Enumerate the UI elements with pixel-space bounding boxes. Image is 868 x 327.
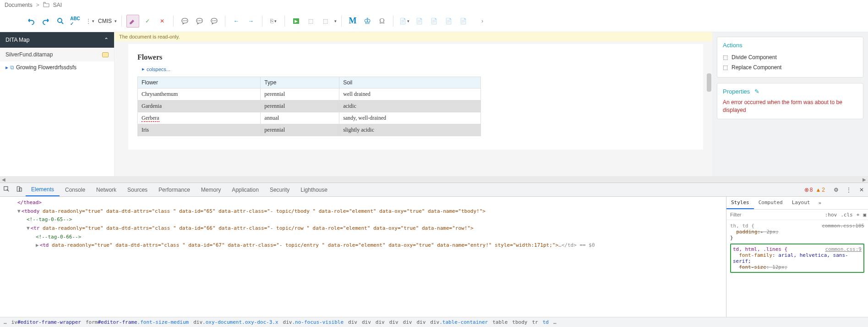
cell[interactable]: acidic bbox=[339, 100, 481, 112]
breadcrumb-root[interactable]: Documents bbox=[5, 2, 33, 8]
crumb-selected[interactable]: td bbox=[543, 319, 549, 325]
warn-badge[interactable]: ▲ 2 bbox=[815, 187, 825, 193]
stab-computed[interactable]: Computed bbox=[754, 197, 787, 209]
rule-source[interactable]: common.css:9 bbox=[825, 246, 862, 252]
tab-sources[interactable]: Sources bbox=[122, 184, 153, 196]
inspect-icon[interactable] bbox=[0, 186, 13, 194]
stab-styles[interactable]: Styles bbox=[726, 197, 754, 209]
breadcrumb-current[interactable]: SAI bbox=[53, 2, 62, 8]
tab-performance[interactable]: Performance bbox=[153, 184, 196, 196]
doc5-icon[interactable]: 📄 bbox=[457, 15, 469, 28]
html-attrs[interactable]: data-readonly="true" data-dtd-attrs="cla… bbox=[40, 225, 474, 231]
tab-console[interactable]: Console bbox=[60, 184, 91, 196]
crumb[interactable]: iv#editor-frame-wrapper bbox=[11, 319, 81, 325]
cmis-caret-icon[interactable]: ▾ bbox=[115, 19, 117, 23]
th-soil[interactable]: Soil bbox=[339, 77, 481, 89]
dita-map-header[interactable]: DITA Map ⌃ bbox=[0, 32, 114, 48]
doc3-icon[interactable]: 📄 bbox=[427, 15, 440, 28]
cell[interactable]: perennial bbox=[261, 124, 339, 136]
copy-icon[interactable]: ⎘▾ bbox=[267, 15, 280, 28]
crumb[interactable]: … bbox=[4, 319, 7, 325]
html-comment[interactable]: <!--tag-0-66--> bbox=[36, 234, 81, 240]
html-comment[interactable]: <!--tag-0-65--> bbox=[27, 216, 72, 222]
tab-network[interactable]: Network bbox=[91, 184, 122, 196]
caret-icon[interactable]: ▼ bbox=[17, 208, 21, 214]
arrow-left-icon[interactable]: ← bbox=[230, 15, 243, 28]
kebab-icon[interactable]: ⋮ bbox=[842, 187, 855, 193]
tab-security[interactable]: Security bbox=[264, 184, 295, 196]
crumb[interactable]: table bbox=[492, 319, 508, 325]
html-attrs[interactable]: data-readonly="true" data-dtd-attrs="cla… bbox=[49, 242, 559, 248]
chess-icon[interactable]: ♔ bbox=[361, 15, 374, 28]
doc1-icon[interactable]: 📄▾ bbox=[398, 15, 411, 28]
transform-caret-icon[interactable]: ▾ bbox=[334, 19, 337, 23]
crumb[interactable]: div bbox=[376, 319, 385, 325]
cell[interactable]: slightly acidic bbox=[339, 124, 481, 136]
crumb[interactable]: tr bbox=[532, 319, 538, 325]
css-rule-highlighted[interactable]: common.css:9 td, html, .lines { font-fam… bbox=[730, 244, 864, 273]
horizontal-scrollbar[interactable]: ◀ ▶ bbox=[0, 176, 868, 183]
undo-icon[interactable] bbox=[25, 15, 38, 28]
table-row[interactable]: Gardenia perennial acidic bbox=[138, 100, 481, 112]
cell[interactable]: well drained bbox=[339, 89, 481, 100]
table-row[interactable]: Iris perennial slightly acidic bbox=[138, 124, 481, 136]
caret-icon[interactable]: ▶ bbox=[36, 242, 39, 248]
table-row[interactable]: Gerbera annual sandy, well-drained bbox=[138, 112, 481, 124]
crumb[interactable]: div.oxy-document.oxy-doc-3.x bbox=[193, 319, 278, 325]
close-icon[interactable]: ✕ bbox=[855, 187, 868, 193]
dev-breadcrumbs[interactable]: … iv#editor-frame-wrapper form#editor-fr… bbox=[0, 317, 868, 327]
more-icon[interactable]: ⋮▾ bbox=[83, 15, 96, 28]
tab-lighthouse[interactable]: Lighthouse bbox=[295, 184, 333, 196]
scroll-left-icon[interactable]: ◀ bbox=[1, 177, 6, 182]
doc4-icon[interactable]: 📄 bbox=[442, 15, 455, 28]
html-tag[interactable]: <tr bbox=[31, 225, 40, 231]
redo-icon[interactable] bbox=[39, 15, 52, 28]
styles-rules[interactable]: common.css:105 th, td { padding:▸ 2px; }… bbox=[726, 220, 868, 317]
scroll-right-icon[interactable]: ▶ bbox=[862, 177, 867, 182]
document-viewport[interactable]: Flowers ▸ colspecs... Flower Type Soil C… bbox=[115, 41, 712, 176]
search-icon[interactable] bbox=[54, 15, 67, 28]
overflow-right-icon[interactable]: › bbox=[476, 15, 489, 28]
styles-pin-icon[interactable]: ▣ bbox=[861, 210, 868, 220]
crumb[interactable]: div bbox=[416, 319, 426, 325]
transform-icon[interactable]: ⬚ bbox=[304, 15, 317, 28]
html-tag[interactable]: <tbody bbox=[22, 208, 40, 214]
arrow-right-icon[interactable]: → bbox=[245, 15, 257, 28]
cell[interactable]: annual bbox=[261, 112, 339, 124]
crumb[interactable]: div.no-focus-visible bbox=[283, 319, 344, 325]
styles-more-icon[interactable]: » bbox=[814, 197, 825, 209]
error-badge[interactable]: ⊗ 8 bbox=[804, 187, 813, 193]
vertical-scrollbar[interactable] bbox=[706, 41, 712, 176]
caret-icon[interactable]: ▼ bbox=[27, 225, 30, 231]
crumb[interactable]: div bbox=[362, 319, 371, 325]
cell[interactable]: Gerbera bbox=[138, 112, 261, 124]
html-attrs[interactable]: data-readonly="true" data-dtd-attrs="cla… bbox=[39, 208, 486, 214]
ditamap-file-row[interactable]: SilverFund.ditamap bbox=[0, 48, 114, 61]
rule-source[interactable]: common.css:105 bbox=[822, 223, 864, 229]
doc2-icon[interactable]: 📄 bbox=[413, 15, 426, 28]
device-icon[interactable] bbox=[13, 186, 26, 194]
crumb[interactable]: tbody bbox=[512, 319, 527, 325]
replace-component-action[interactable]: ⬚ Replace Component bbox=[723, 62, 857, 72]
crumb[interactable]: … bbox=[553, 319, 557, 325]
hov-toggle[interactable]: :hov bbox=[823, 210, 839, 220]
chevron-right-icon[interactable]: ▸ bbox=[5, 64, 8, 71]
validate-icon[interactable]: ▶ bbox=[289, 15, 302, 28]
crumb[interactable]: div bbox=[389, 319, 399, 325]
crumb[interactable]: div bbox=[403, 319, 412, 325]
scrollbar-thumb[interactable] bbox=[707, 73, 711, 92]
spellcheck-icon[interactable]: ABC✓ bbox=[69, 15, 82, 28]
comment-remove-icon[interactable]: 💬 bbox=[207, 15, 220, 28]
tab-application[interactable]: Application bbox=[226, 184, 264, 196]
math-icon[interactable]: M bbox=[346, 15, 359, 28]
styles-filter-input[interactable] bbox=[726, 210, 823, 220]
track-changes-icon[interactable] bbox=[126, 15, 139, 28]
crumb[interactable]: form#editor-frame.font-size-medium bbox=[86, 319, 189, 325]
table-row[interactable]: Chrysanthemum perennial well drained bbox=[138, 89, 481, 100]
crumb[interactable]: div.table-container bbox=[430, 319, 488, 325]
cell[interactable]: Chrysanthemum bbox=[138, 89, 261, 100]
cell[interactable]: perennial bbox=[261, 89, 339, 100]
accept-icon[interactable]: ✓ bbox=[141, 15, 154, 28]
tab-memory[interactable]: Memory bbox=[196, 184, 226, 196]
colspecs-toggle[interactable]: ▸ colspecs... bbox=[142, 66, 699, 72]
